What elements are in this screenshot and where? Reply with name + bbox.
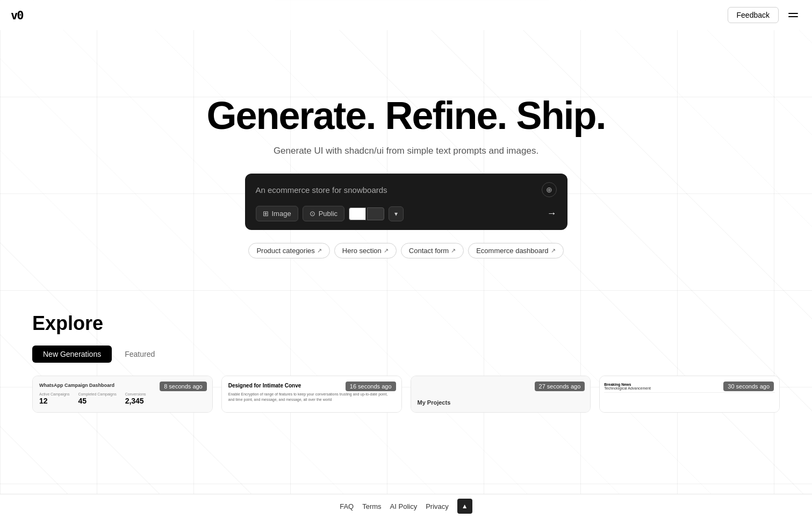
menu-line-1 [788, 13, 798, 14]
stat-label: Active Campaigns [39, 392, 69, 396]
chip-hero-section[interactable]: Hero section ↗ [334, 243, 397, 258]
menu-line-2 [788, 16, 798, 17]
dropdown-button[interactable]: ▾ [389, 206, 404, 221]
card-1-preview: WhatsApp Campaign Dashboard Active Campa… [33, 376, 212, 412]
public-button[interactable]: ⊙ Public [303, 206, 344, 221]
stat-value: 2,345 [125, 397, 144, 405]
prompt-box: An ecommerce store for snowboards ⊕ ⊞ Im… [245, 174, 567, 230]
tab-featured[interactable]: Featured [114, 346, 166, 363]
menu-button[interactable] [785, 10, 801, 20]
card-3[interactable]: My Projects 27 seconds ago [411, 376, 591, 413]
prompt-actions: ⊞ Image ⊙ Public ▾ → [256, 206, 557, 221]
color-swatch-white [349, 207, 366, 220]
card-2-preview: Designed for Intimate Conve Enable Encry… [222, 376, 401, 412]
card-2-text: Enable Encryption of range of features t… [228, 392, 395, 402]
hero-title: Generate. Refine. Ship. [206, 95, 605, 137]
suggestion-chips: Product categories ↗ Hero section ↗ Cont… [248, 243, 563, 258]
color-swatch-group [349, 207, 384, 220]
stat-label: Completed Campaigns [78, 392, 116, 396]
public-icon: ⊙ [310, 210, 315, 218]
public-label: Public [319, 210, 337, 218]
news-headline: Technological Advancement [604, 386, 651, 390]
card-1[interactable]: WhatsApp Campaign Dashboard Active Campa… [32, 376, 213, 413]
tab-new-generations[interactable]: New Generations [32, 346, 112, 363]
chip-arrow-icon: ↗ [551, 247, 556, 254]
image-label: Image [272, 210, 291, 218]
news-category: Breaking News [604, 383, 631, 386]
card-1-stat-conversions: Conversions 2,345 [125, 392, 146, 406]
chip-label: Contact form [409, 247, 449, 255]
card-1-stat-active: Active Campaigns 12 [39, 392, 69, 406]
chip-arrow-icon: ↗ [317, 247, 322, 254]
card-1-timestamp: 8 seconds ago [160, 382, 207, 391]
prompt-text: An ecommerce store for snowboards ⊕ [256, 182, 557, 197]
stat-value: 45 [78, 397, 87, 405]
cards-grid: WhatsApp Campaign Dashboard Active Campa… [32, 376, 780, 413]
hero-subtitle: Generate UI with shadcn/ui from simple t… [274, 146, 538, 156]
chip-label: Ecommerce dashboard [476, 247, 548, 255]
hero-section: Generate. Refine. Ship. Generate UI with… [0, 30, 812, 291]
stat-label: Conversions [125, 392, 146, 396]
card-3-preview: My Projects 27 seconds ago [411, 376, 591, 412]
image-icon: ⊞ [263, 210, 269, 218]
chip-contact-form[interactable]: Contact form ↗ [401, 243, 464, 258]
header: v0 Feedback [0, 0, 812, 30]
card-1-stats: Active Campaigns 12 Completed Campaigns … [39, 392, 206, 406]
card-4-preview: Breaking News Technological Advancement … [600, 376, 779, 412]
card-4-timestamp: 30 seconds ago [723, 382, 774, 391]
image-button[interactable]: ⊞ Image [256, 206, 298, 221]
explore-section: Explore New Generations Featured WhatsAp… [0, 291, 812, 434]
header-right: Feedback [728, 7, 801, 23]
card-4[interactable]: Breaking News Technological Advancement … [599, 376, 780, 413]
feedback-button[interactable]: Feedback [728, 7, 779, 23]
card-3-title: My Projects [418, 399, 451, 406]
color-swatch-dark [367, 207, 384, 220]
chip-arrow-icon: ↗ [451, 247, 456, 254]
stat-value: 12 [39, 397, 48, 405]
chip-arrow-icon: ↗ [384, 247, 389, 254]
chip-label: Product categories [256, 247, 314, 255]
main-content: Generate. Refine. Ship. Generate UI with… [0, 0, 812, 434]
explore-tabs: New Generations Featured [32, 346, 780, 363]
card-2-timestamp: 16 seconds ago [346, 382, 396, 391]
prompt-icon-button[interactable]: ⊕ [542, 182, 557, 197]
send-button[interactable]: → [547, 208, 557, 219]
card-1-stat-completed: Completed Campaigns 45 [78, 392, 116, 406]
explore-title: Explore [32, 312, 780, 335]
chip-ecommerce-dashboard[interactable]: Ecommerce dashboard ↗ [468, 243, 563, 258]
prompt-placeholder-text: An ecommerce store for snowboards [256, 185, 387, 195]
chip-product-categories[interactable]: Product categories ↗ [248, 243, 329, 258]
logo[interactable]: v0 [11, 9, 23, 22]
card-2[interactable]: Designed for Intimate Conve Enable Encry… [221, 376, 402, 413]
chip-label: Hero section [342, 247, 382, 255]
card-3-timestamp: 27 seconds ago [535, 382, 585, 391]
